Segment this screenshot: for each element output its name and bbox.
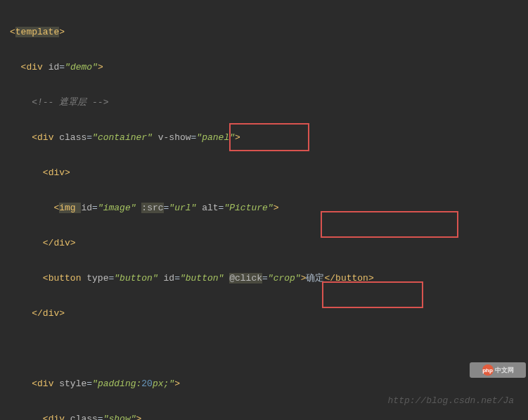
code-line: <div class="show"> (10, 410, 528, 420)
code-line: <div class="container" v-show="panel"> (10, 129, 528, 146)
code-line: <div id="demo"> (10, 58, 528, 76)
watermark-text: http://blog.csdn.net/Ja (388, 392, 514, 409)
code-line: <template> (10, 23, 528, 41)
code-line: <img id="image" :src="url" alt="Picture"… (10, 199, 528, 217)
code-line (10, 340, 528, 357)
code-line: <div style="padding:20px;"> (10, 375, 528, 393)
angle-close: > (59, 27, 65, 37)
code-line: <button type="button" id="button" @click… (10, 269, 528, 287)
comment: <!-- 遮罩层 --> (32, 97, 108, 108)
attr-src: :src (141, 203, 163, 213)
tag-img: img (59, 203, 81, 213)
code-editor[interactable]: <template> <div id="demo"> <!-- 遮罩层 --> … (0, 0, 528, 420)
angle-open: < (10, 27, 15, 37)
logo-label: 中文网 (495, 362, 514, 379)
code-line: </div> (10, 234, 528, 252)
tag-template: template (15, 27, 59, 37)
code-line: <div> (10, 164, 528, 182)
php-logo: php 中文网 (470, 362, 526, 378)
logo-icon: php (482, 364, 494, 376)
code-line: </div> (10, 305, 528, 322)
attr-click: @click (229, 273, 262, 284)
code-line: <!-- 遮罩层 --> (10, 94, 528, 111)
